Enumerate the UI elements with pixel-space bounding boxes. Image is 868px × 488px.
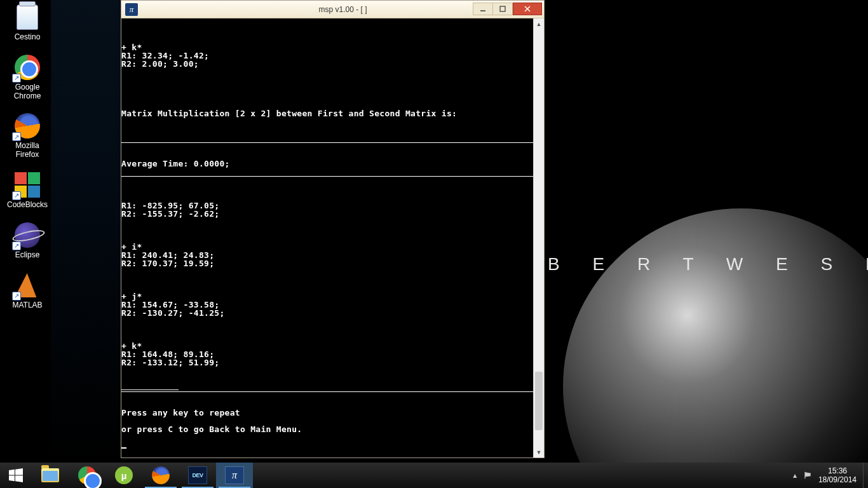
taskbar-item-msp[interactable]: π [216, 463, 253, 488]
desktop-icon-eclipse[interactable]: ↗ Eclipse [3, 221, 52, 260]
svg-line-3 [525, 6, 530, 11]
trash-icon [17, 4, 38, 30]
chrome-icon [78, 466, 96, 484]
console-prompt-repeat: Press any key to repeat [121, 408, 240, 417]
console-divider-short [121, 390, 179, 390]
window-controls [473, 3, 542, 15]
shortcut-arrow-icon: ↗ [12, 74, 21, 83]
utorrent-icon: µ [115, 466, 133, 484]
svg-line-2 [525, 6, 530, 11]
desktop-icon-trash[interactable]: Cestino [3, 3, 52, 42]
console-output[interactable]: + k* R1: 32.34; -1.42; R2: 2.00; 3.00; M… [121, 18, 533, 458]
console-avg-time: Average Time: 0.0000; [121, 159, 230, 168]
show-desktop-button[interactable] [863, 463, 868, 488]
firefox-icon [152, 466, 170, 484]
shortcut-arrow-icon: ↗ [12, 292, 21, 301]
desktop-icon-label: GoogleChrome [14, 83, 41, 101]
desktop-icon-label: CodeBlocks [7, 201, 48, 210]
action-center-icon[interactable] [803, 471, 812, 480]
app-pi-icon: π [125, 3, 138, 16]
console-block-k-input: + k* R1: 32.34; -1.42; R2: 2.00; 3.00; [121, 43, 209, 69]
desktop-icon-firefox[interactable]: ↗ MozillaFirefox [3, 112, 52, 159]
window-titlebar[interactable]: π msp v1.00 - [ ] [121, 1, 544, 18]
taskbar-item-utorrent[interactable]: µ [105, 463, 142, 488]
desktop-icon-label: MATLAB [12, 301, 42, 310]
file-explorer-icon [41, 468, 59, 482]
console-divider [121, 176, 533, 177]
taskbar: µ DEV π ▴ 15:36 18/09/2014 [0, 463, 868, 488]
svg-rect-1 [500, 6, 505, 11]
vertical-scrollbar[interactable]: ▲ ▼ [533, 18, 544, 458]
console-result-j: + j* R1: 154.67; -33.58; R2: -130.27; -4… [121, 292, 225, 318]
system-tray: ▴ 15:36 18/09/2014 [787, 463, 863, 488]
window-client-area: + k* R1: 32.34; -1.42; R2: 2.00; 3.00; M… [121, 18, 544, 458]
shortcut-arrow-icon: ↗ [12, 191, 21, 200]
scroll-thumb[interactable] [535, 372, 543, 430]
scroll-up-button[interactable]: ▲ [534, 18, 544, 29]
console-cursor [121, 447, 126, 449]
scroll-track[interactable] [534, 29, 544, 447]
pi-icon: π [225, 466, 244, 484]
console-heading: Matrix Multiplication [2 x 2] between Fi… [121, 109, 457, 118]
tray-show-hidden-button[interactable]: ▴ [793, 471, 797, 480]
taskbar-item-explorer[interactable] [32, 463, 69, 488]
desktop-icon-matlab[interactable]: ↗ MATLAB [3, 271, 52, 310]
start-button[interactable] [0, 463, 32, 488]
console-divider [121, 142, 533, 143]
console-divider [121, 391, 533, 392]
wallpaper-text: B E R T W E S K E R [548, 254, 868, 274]
wallpaper-planet [563, 208, 868, 488]
taskbar-item-firefox[interactable] [142, 463, 179, 488]
desktop-icon-chrome[interactable]: ↗ GoogleChrome [3, 53, 52, 101]
taskbar-item-devcpp[interactable]: DEV [179, 463, 216, 488]
app-window-msp: π msp v1.00 - [ ] + k* R1: 32.34; -1.42;… [121, 0, 545, 458]
console-result-k: + k* R1: 164.48; 89.16; R2: -133.12; 51.… [121, 341, 219, 367]
taskbar-spacer [253, 463, 787, 488]
tray-time: 15:36 [818, 466, 857, 475]
maximize-button[interactable] [492, 3, 513, 15]
taskbar-left: µ DEV π [0, 463, 253, 488]
devcpp-icon: DEV [188, 466, 207, 484]
desktop-icon-label: Cestino [15, 33, 41, 42]
console-result-real: R1: -825.95; 67.05; R2: -155.37; -2.62; [121, 201, 219, 219]
console-result-i: + i* R1: 240.41; 24.83; R2: 170.37; 19.5… [121, 242, 214, 268]
scroll-down-button[interactable]: ▼ [534, 447, 544, 458]
windows-logo-icon [9, 468, 23, 482]
console-prompt-back: or press C to go Back to Main Menu. [121, 424, 302, 434]
taskbar-clock[interactable]: 15:36 18/09/2014 [818, 466, 857, 485]
desktop-icon-label: Eclipse [15, 251, 40, 260]
desktop-icon-codeblocks[interactable]: ↗ CodeBlocks [3, 171, 52, 210]
close-button[interactable] [513, 3, 542, 15]
taskbar-item-chrome[interactable] [69, 463, 105, 488]
minimize-button[interactable] [473, 3, 493, 15]
shortcut-arrow-icon: ↗ [12, 241, 21, 250]
desktop-icon-label: MozillaFirefox [15, 142, 39, 159]
shortcut-arrow-icon: ↗ [12, 132, 21, 141]
tray-date: 18/09/2014 [818, 475, 857, 484]
desktop-icon-grid: Cestino ↗ GoogleChrome ↗ MozillaFirefox … [3, 3, 52, 309]
